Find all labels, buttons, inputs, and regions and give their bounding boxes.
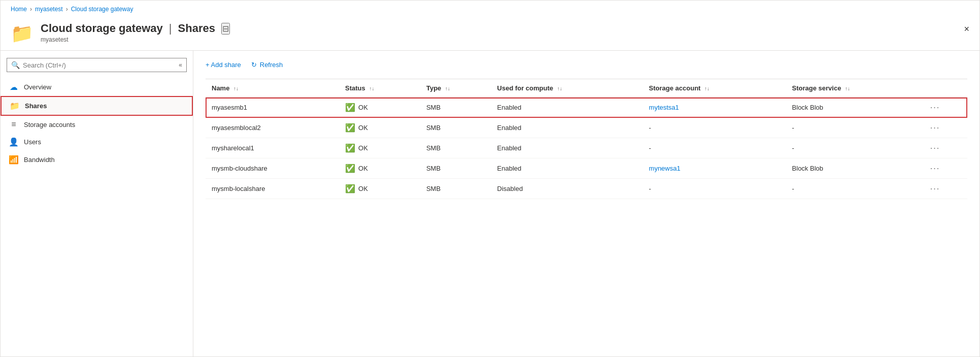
col-type[interactable]: Type ↑↓ [420, 79, 491, 98]
cloud-icon: ☁ [9, 82, 19, 92]
title-area: Cloud storage gateway | Shares ⊟ myasete… [41, 22, 230, 43]
sidebar-item-users[interactable]: 👤 Users [1, 133, 193, 151]
cell-used-for-compute: Enabled [491, 118, 643, 138]
cell-storage-service: Block Blob [786, 98, 924, 118]
sort-status-icon[interactable]: ↑↓ [369, 86, 374, 91]
refresh-label: Refresh [260, 61, 283, 69]
table-row[interactable]: mysmb-localshare✅OKSMBDisabled--··· [206, 179, 967, 199]
storage-account-link[interactable]: mynewsa1 [649, 165, 681, 172]
col-used-for-compute[interactable]: Used for compute ↑↓ [491, 79, 643, 98]
cell-type: SMB [420, 118, 491, 138]
cell-more-actions[interactable]: ··· [924, 118, 967, 138]
col-actions [924, 79, 967, 98]
cell-name: mysmb-cloudshare [206, 158, 339, 179]
sidebar-item-storage-accounts[interactable]: ≡ Storage accounts [1, 116, 193, 133]
status-check-icon: ✅ [345, 123, 355, 133]
sidebar-item-overview[interactable]: ☁ Overview [1, 78, 193, 96]
add-share-button[interactable]: + Add share [206, 59, 241, 71]
sort-type-icon[interactable]: ↑↓ [445, 86, 450, 91]
col-status[interactable]: Status ↑↓ [339, 79, 420, 98]
toolbar: + Add share ↻ Refresh [206, 59, 967, 71]
cell-storage-service: - [786, 138, 924, 158]
status-text: OK [358, 185, 368, 192]
main-container: Home › myasetest › Cloud storage gateway… [0, 0, 980, 357]
cell-storage-account[interactable]: mynewsa1 [643, 158, 786, 179]
cell-type: SMB [420, 98, 491, 118]
cell-status: ✅OK [339, 158, 420, 179]
sort-storage-icon[interactable]: ↑↓ [704, 86, 709, 91]
breadcrumb-myasetest[interactable]: myasetest [35, 6, 63, 13]
breadcrumb-cloud-storage-gateway[interactable]: Cloud storage gateway [71, 6, 133, 13]
user-icon: 👤 [9, 137, 19, 147]
sidebar-item-bandwidth-label: Bandwidth [24, 156, 55, 164]
cell-status: ✅OK [339, 138, 420, 158]
cell-used-for-compute: Enabled [491, 158, 643, 179]
cell-more-actions[interactable]: ··· [924, 158, 967, 179]
more-actions-button[interactable]: ··· [930, 184, 940, 193]
resource-icon: 📁 [11, 23, 33, 44]
table-row[interactable]: mysmb-cloudshare✅OKSMBEnabledmynewsa1Blo… [206, 158, 967, 179]
status-text: OK [358, 104, 368, 111]
cell-storage-account: - [643, 179, 786, 199]
status-check-icon: ✅ [345, 164, 355, 173]
col-storage-service[interactable]: Storage service ↑↓ [786, 79, 924, 98]
cell-name: mysharelocal1 [206, 138, 339, 158]
title-section: Shares [178, 22, 215, 35]
col-storage-account[interactable]: Storage account ↑↓ [643, 79, 786, 98]
sidebar-item-users-label: Users [24, 138, 41, 146]
status-check-icon: ✅ [345, 184, 355, 193]
storage-account-link[interactable]: mytestsa1 [649, 104, 679, 111]
sidebar-item-bandwidth[interactable]: 📶 Bandwidth [1, 151, 193, 169]
title-text: Cloud storage gateway [41, 22, 163, 35]
cell-name: mysmb-localshare [206, 179, 339, 199]
table-header-row: Name ↑↓ Status ↑↓ Type ↑↓ [206, 79, 967, 98]
cell-more-actions[interactable]: ··· [924, 179, 967, 199]
cell-storage-account[interactable]: mytestsa1 [643, 98, 786, 118]
sidebar-item-storage-accounts-label: Storage accounts [24, 121, 75, 128]
cell-more-actions[interactable]: ··· [924, 138, 967, 158]
status-check-icon: ✅ [345, 103, 355, 112]
main-layout: 🔍 « ☁ Overview 📁 Shares ≡ Storage accoun… [1, 51, 979, 356]
table-row[interactable]: mysharelocal1✅OKSMBEnabled--··· [206, 138, 967, 158]
sort-compute-icon[interactable]: ↑↓ [557, 86, 562, 91]
more-actions-button[interactable]: ··· [930, 123, 940, 132]
cell-status: ✅OK [339, 118, 420, 138]
shares-table: Name ↑↓ Status ↑↓ Type ↑↓ [206, 79, 967, 199]
sort-service-icon[interactable]: ↑↓ [845, 86, 850, 91]
cell-status: ✅OK [339, 179, 420, 199]
cell-storage-service: - [786, 179, 924, 199]
breadcrumb-sep-2: › [66, 6, 68, 13]
cell-status: ✅OK [339, 98, 420, 118]
status-text: OK [358, 124, 368, 132]
storage-account-dash: - [649, 144, 651, 152]
status-check-icon: ✅ [345, 143, 355, 153]
table-row[interactable]: myasesmblocal2✅OKSMBEnabled--··· [206, 118, 967, 138]
title-separator: | [169, 22, 172, 35]
cell-more-actions[interactable]: ··· [924, 98, 967, 118]
cell-used-for-compute: Enabled [491, 138, 643, 158]
cell-type: SMB [420, 179, 491, 199]
status-text: OK [358, 165, 368, 172]
sidebar-item-overview-label: Overview [24, 83, 51, 91]
more-actions-button[interactable]: ··· [930, 144, 940, 152]
collapse-button[interactable]: « [179, 61, 182, 69]
cell-used-for-compute: Disabled [491, 179, 643, 199]
more-actions-button[interactable]: ··· [930, 103, 940, 112]
cell-type: SMB [420, 158, 491, 179]
cell-name: myasesmblocal2 [206, 118, 339, 138]
col-name[interactable]: Name ↑↓ [206, 79, 339, 98]
search-input[interactable] [23, 61, 114, 69]
sidebar-item-shares[interactable]: 📁 Shares [1, 96, 193, 116]
sort-name-icon[interactable]: ↑↓ [233, 86, 239, 91]
search-box[interactable]: 🔍 « [7, 58, 187, 72]
storage-icon: ≡ [9, 120, 19, 129]
more-actions-button[interactable]: ··· [930, 164, 940, 173]
breadcrumb-home[interactable]: Home [11, 6, 27, 13]
close-button[interactable]: × [964, 24, 969, 35]
refresh-button[interactable]: ↻ Refresh [251, 59, 283, 71]
cell-storage-service: Block Blob [786, 158, 924, 179]
table-row[interactable]: myasesmb1✅OKSMBEnabledmytestsa1Block Blo… [206, 98, 967, 118]
print-button[interactable]: ⊟ [221, 23, 230, 35]
cell-storage-service: - [786, 118, 924, 138]
wifi-icon: 📶 [9, 155, 19, 165]
